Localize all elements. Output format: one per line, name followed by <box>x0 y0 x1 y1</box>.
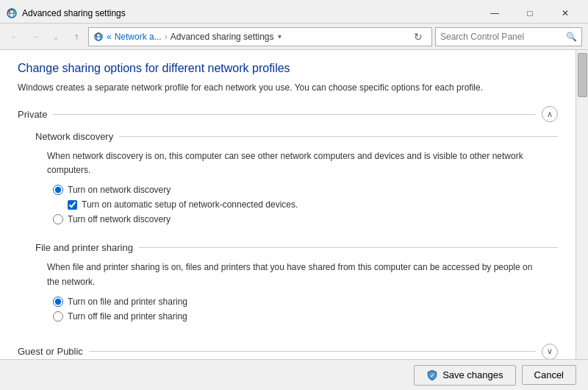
breadcrumb-network[interactable]: « <box>107 32 112 42</box>
scrollbar[interactable] <box>576 50 588 359</box>
file-printer-label: File and printer sharing <box>35 242 558 253</box>
svg-point-5 <box>11 8 13 10</box>
radio-nd-on[interactable]: Turn on network discovery <box>53 185 540 195</box>
guest-public-section[interactable]: Guest or Public ∨ <box>18 339 558 359</box>
radio-fps-on[interactable]: Turn on file and printer sharing <box>53 297 540 307</box>
breadcrumb-network-label[interactable]: Network a... <box>115 32 162 42</box>
svg-text:✓: ✓ <box>430 373 434 378</box>
file-printer-line <box>139 247 558 248</box>
radio-nd-off-input[interactable] <box>53 214 63 224</box>
page-description: Windows creates a separate network profi… <box>18 81 558 94</box>
maximize-button[interactable]: □ <box>513 6 547 21</box>
private-section-header[interactable]: Private ∧ <box>18 106 558 122</box>
file-printer-desc: When file and printer sharing is on, fil… <box>35 260 558 288</box>
radio-fps-off[interactable]: Turn off file and printer sharing <box>53 311 540 322</box>
page-title: Change sharing options for different net… <box>18 62 558 75</box>
radio-fps-on-input[interactable] <box>53 297 63 307</box>
network-discovery-options: Turn on network discovery Turn on automa… <box>35 185 558 224</box>
radio-fps-off-label: Turn off file and printer sharing <box>68 311 187 322</box>
search-icon: 🔍 <box>566 32 577 42</box>
private-section-label: Private <box>18 109 47 120</box>
forward-button[interactable]: → <box>26 28 44 46</box>
window-icon <box>6 7 18 19</box>
save-changes-label: Save changes <box>442 369 503 380</box>
private-section-line <box>53 114 536 115</box>
refresh-button[interactable]: ↻ <box>409 28 427 46</box>
network-discovery-subsection: Network discovery When network discovery… <box>18 122 558 233</box>
scrollbar-thumb[interactable] <box>578 53 587 97</box>
checkbox-nd-auto[interactable]: Turn on automatic setup of network-conne… <box>53 199 540 210</box>
main-content: Change sharing options for different net… <box>0 50 576 359</box>
cancel-button[interactable]: Cancel <box>522 365 576 385</box>
breadcrumb: « Network a... › Advanced sharing settin… <box>88 27 432 46</box>
close-button[interactable]: ✕ <box>548 6 582 21</box>
breadcrumb-dropdown[interactable]: ▾ <box>278 32 282 40</box>
network-discovery-label: Network discovery <box>35 131 558 142</box>
save-changes-button[interactable]: ✓ Save changes <box>414 365 515 386</box>
network-discovery-desc: When network discovery is on, this compu… <box>35 149 558 177</box>
breadcrumb-sep: › <box>165 32 168 42</box>
content-wrapper: Change sharing options for different net… <box>0 50 588 359</box>
checkbox-nd-auto-label: Turn on automatic setup of network-conne… <box>82 199 298 210</box>
minimize-button[interactable]: — <box>478 6 512 21</box>
search-bar: 🔍 <box>435 27 582 46</box>
svg-point-4 <box>14 10 16 12</box>
shield-icon: ✓ <box>426 369 438 381</box>
svg-point-10 <box>100 34 101 35</box>
private-section: Private ∧ Network discovery When network… <box>18 106 558 330</box>
checkbox-nd-auto-input[interactable] <box>68 200 77 210</box>
svg-point-9 <box>95 34 96 35</box>
radio-fps-on-label: Turn on file and printer sharing <box>68 297 187 307</box>
footer: ✓ Save changes Cancel <box>0 359 588 390</box>
window-controls: — □ ✕ <box>478 6 582 21</box>
svg-point-3 <box>8 10 10 12</box>
cancel-label: Cancel <box>534 369 564 380</box>
svg-point-11 <box>98 32 99 34</box>
network-icon <box>93 32 104 42</box>
up-button[interactable]: ↑ <box>68 28 85 46</box>
guest-public-label: Guest or Public <box>18 346 83 357</box>
file-printer-options: Turn on file and printer sharing Turn of… <box>35 297 558 322</box>
window-title: Advanced sharing settings <box>22 8 478 18</box>
radio-nd-off-label: Turn off network discovery <box>68 214 171 224</box>
radio-fps-off-input[interactable] <box>53 311 63 322</box>
breadcrumb-current: Advanced sharing settings <box>171 32 274 42</box>
private-toggle-icon[interactable]: ∧ <box>542 106 558 122</box>
guest-public-toggle-icon[interactable]: ∨ <box>542 344 558 359</box>
network-discovery-line <box>119 136 558 137</box>
radio-nd-off[interactable]: Turn off network discovery <box>53 214 540 224</box>
file-printer-subsection: File and printer sharing When file and p… <box>18 233 558 330</box>
back-button[interactable]: ← <box>6 28 24 46</box>
address-bar: ← → ⌄ ↑ « Network a... › Advanced sharin… <box>0 24 588 50</box>
radio-nd-on-label: Turn on network discovery <box>68 185 171 195</box>
search-input[interactable] <box>440 32 563 42</box>
guest-public-line <box>89 351 536 352</box>
radio-nd-on-input[interactable] <box>53 185 63 195</box>
title-bar: Advanced sharing settings — □ ✕ <box>0 0 588 24</box>
recent-locations-button[interactable]: ⌄ <box>47 28 65 46</box>
